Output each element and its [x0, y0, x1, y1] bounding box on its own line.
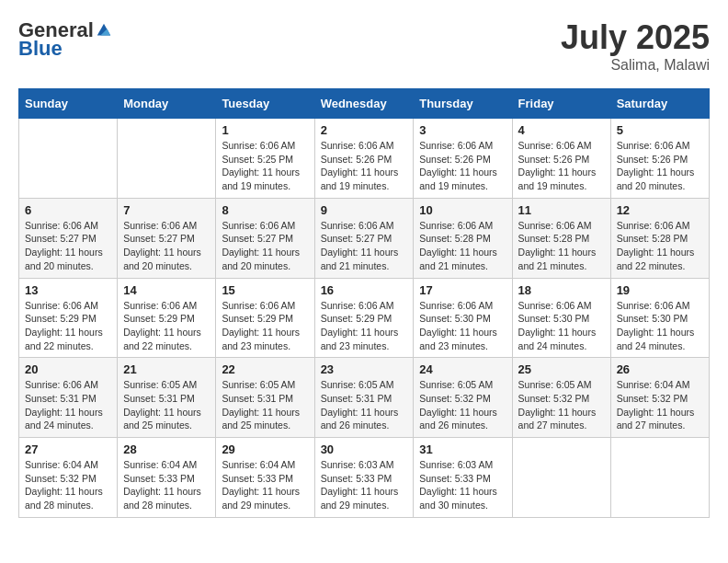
day-number: 17 — [419, 283, 506, 297]
calendar-cell: 7Sunrise: 6:06 AM Sunset: 5:27 PM Daylig… — [118, 198, 216, 278]
day-info: Sunrise: 6:06 AM Sunset: 5:27 PM Dayligh… — [321, 219, 408, 273]
calendar-week-row: 27Sunrise: 6:04 AM Sunset: 5:32 PM Dayli… — [19, 438, 710, 518]
calendar-week-row: 13Sunrise: 6:06 AM Sunset: 5:29 PM Dayli… — [19, 278, 710, 358]
day-info: Sunrise: 6:06 AM Sunset: 5:29 PM Dayligh… — [222, 299, 308, 353]
day-info: Sunrise: 6:06 AM Sunset: 5:30 PM Dayligh… — [617, 299, 703, 353]
day-number: 24 — [419, 362, 506, 376]
calendar-cell: 4Sunrise: 6:06 AM Sunset: 5:26 PM Daylig… — [512, 119, 610, 199]
day-number: 29 — [222, 442, 308, 456]
day-number: 10 — [419, 203, 506, 217]
logo-blue-text: Blue — [18, 37, 63, 61]
calendar-cell — [610, 438, 709, 518]
calendar-cell: 6Sunrise: 6:06 AM Sunset: 5:27 PM Daylig… — [19, 198, 118, 278]
weekday-header-saturday: Saturday — [610, 89, 709, 119]
day-number: 28 — [123, 442, 210, 456]
calendar-cell: 24Sunrise: 6:05 AM Sunset: 5:32 PM Dayli… — [414, 358, 512, 438]
calendar-cell: 19Sunrise: 6:06 AM Sunset: 5:30 PM Dayli… — [610, 278, 709, 358]
logo-icon — [96, 22, 112, 39]
calendar-cell: 30Sunrise: 6:03 AM Sunset: 5:33 PM Dayli… — [314, 438, 414, 518]
calendar-cell: 5Sunrise: 6:06 AM Sunset: 5:26 PM Daylig… — [610, 119, 709, 199]
day-info: Sunrise: 6:05 AM Sunset: 5:32 PM Dayligh… — [419, 378, 506, 432]
day-info: Sunrise: 6:04 AM Sunset: 5:33 PM Dayligh… — [123, 458, 210, 512]
calendar-cell: 21Sunrise: 6:05 AM Sunset: 5:31 PM Dayli… — [118, 358, 216, 438]
calendar-cell — [512, 438, 610, 518]
calendar-week-row: 20Sunrise: 6:06 AM Sunset: 5:31 PM Dayli… — [19, 358, 710, 438]
weekday-header-wednesday: Wednesday — [314, 89, 414, 119]
day-number: 15 — [222, 283, 308, 297]
day-info: Sunrise: 6:06 AM Sunset: 5:27 PM Dayligh… — [123, 219, 210, 273]
weekday-header-friday: Friday — [512, 89, 610, 119]
day-info: Sunrise: 6:06 AM Sunset: 5:26 PM Dayligh… — [321, 139, 408, 193]
day-number: 5 — [617, 123, 703, 137]
calendar-week-row: 1Sunrise: 6:06 AM Sunset: 5:25 PM Daylig… — [19, 119, 710, 199]
day-number: 25 — [518, 362, 605, 376]
calendar-cell: 9Sunrise: 6:06 AM Sunset: 5:27 PM Daylig… — [314, 198, 414, 278]
day-info: Sunrise: 6:06 AM Sunset: 5:26 PM Dayligh… — [518, 139, 605, 193]
calendar-cell: 17Sunrise: 6:06 AM Sunset: 5:30 PM Dayli… — [414, 278, 512, 358]
day-info: Sunrise: 6:06 AM Sunset: 5:28 PM Dayligh… — [518, 219, 605, 273]
day-number: 4 — [518, 123, 605, 137]
weekday-header-thursday: Thursday — [414, 89, 512, 119]
day-info: Sunrise: 6:04 AM Sunset: 5:32 PM Dayligh… — [25, 458, 111, 512]
calendar-table: SundayMondayTuesdayWednesdayThursdayFrid… — [18, 88, 710, 518]
calendar-cell: 27Sunrise: 6:04 AM Sunset: 5:32 PM Dayli… — [19, 438, 118, 518]
calendar-week-row: 6Sunrise: 6:06 AM Sunset: 5:27 PM Daylig… — [19, 198, 710, 278]
day-info: Sunrise: 6:06 AM Sunset: 5:28 PM Dayligh… — [617, 219, 703, 273]
day-info: Sunrise: 6:06 AM Sunset: 5:31 PM Dayligh… — [25, 378, 111, 432]
calendar-cell: 12Sunrise: 6:06 AM Sunset: 5:28 PM Dayli… — [610, 198, 709, 278]
day-info: Sunrise: 6:03 AM Sunset: 5:33 PM Dayligh… — [321, 458, 408, 512]
calendar-cell: 13Sunrise: 6:06 AM Sunset: 5:29 PM Dayli… — [19, 278, 118, 358]
calendar-cell: 1Sunrise: 6:06 AM Sunset: 5:25 PM Daylig… — [216, 119, 314, 199]
calendar-cell: 25Sunrise: 6:05 AM Sunset: 5:32 PM Dayli… — [512, 358, 610, 438]
day-number: 30 — [321, 442, 408, 456]
day-number: 16 — [321, 283, 408, 297]
day-info: Sunrise: 6:06 AM Sunset: 5:25 PM Dayligh… — [222, 139, 308, 193]
day-number: 22 — [222, 362, 308, 376]
day-info: Sunrise: 6:06 AM Sunset: 5:29 PM Dayligh… — [123, 299, 210, 353]
day-number: 7 — [123, 203, 210, 217]
day-info: Sunrise: 6:06 AM Sunset: 5:26 PM Dayligh… — [419, 139, 506, 193]
day-number: 2 — [321, 123, 408, 137]
day-info: Sunrise: 6:05 AM Sunset: 5:31 PM Dayligh… — [321, 378, 408, 432]
day-number: 3 — [419, 123, 506, 137]
calendar-cell: 14Sunrise: 6:06 AM Sunset: 5:29 PM Dayli… — [118, 278, 216, 358]
day-number: 13 — [25, 283, 111, 297]
day-number: 26 — [617, 362, 703, 376]
day-number: 31 — [419, 442, 506, 456]
calendar-cell: 16Sunrise: 6:06 AM Sunset: 5:29 PM Dayli… — [314, 278, 414, 358]
location-subtitle: Salima, Malawi — [561, 57, 710, 74]
day-info: Sunrise: 6:03 AM Sunset: 5:33 PM Dayligh… — [419, 458, 506, 512]
page-header: General Blue July 2025 Salima, Malawi — [18, 18, 710, 74]
day-info: Sunrise: 6:06 AM Sunset: 5:27 PM Dayligh… — [222, 219, 308, 273]
calendar-cell: 31Sunrise: 6:03 AM Sunset: 5:33 PM Dayli… — [414, 438, 512, 518]
day-info: Sunrise: 6:05 AM Sunset: 5:31 PM Dayligh… — [123, 378, 210, 432]
calendar-cell: 29Sunrise: 6:04 AM Sunset: 5:33 PM Dayli… — [216, 438, 314, 518]
weekday-header-sunday: Sunday — [19, 89, 118, 119]
day-info: Sunrise: 6:04 AM Sunset: 5:33 PM Dayligh… — [222, 458, 308, 512]
day-info: Sunrise: 6:06 AM Sunset: 5:27 PM Dayligh… — [25, 219, 111, 273]
day-number: 20 — [25, 362, 111, 376]
day-number: 19 — [617, 283, 703, 297]
logo: General Blue — [18, 18, 112, 61]
calendar-cell: 10Sunrise: 6:06 AM Sunset: 5:28 PM Dayli… — [414, 198, 512, 278]
weekday-header-row: SundayMondayTuesdayWednesdayThursdayFrid… — [19, 89, 710, 119]
day-number: 21 — [123, 362, 210, 376]
calendar-cell: 3Sunrise: 6:06 AM Sunset: 5:26 PM Daylig… — [414, 119, 512, 199]
day-number: 14 — [123, 283, 210, 297]
day-number: 1 — [222, 123, 308, 137]
calendar-cell — [118, 119, 216, 199]
day-number: 6 — [25, 203, 111, 217]
calendar-cell: 22Sunrise: 6:05 AM Sunset: 5:31 PM Dayli… — [216, 358, 314, 438]
day-info: Sunrise: 6:06 AM Sunset: 5:30 PM Dayligh… — [518, 299, 605, 353]
calendar-cell: 23Sunrise: 6:05 AM Sunset: 5:31 PM Dayli… — [314, 358, 414, 438]
calendar-cell: 11Sunrise: 6:06 AM Sunset: 5:28 PM Dayli… — [512, 198, 610, 278]
calendar-cell — [19, 119, 118, 199]
calendar-cell: 8Sunrise: 6:06 AM Sunset: 5:27 PM Daylig… — [216, 198, 314, 278]
day-number: 9 — [321, 203, 408, 217]
day-info: Sunrise: 6:04 AM Sunset: 5:32 PM Dayligh… — [617, 378, 703, 432]
day-info: Sunrise: 6:06 AM Sunset: 5:29 PM Dayligh… — [25, 299, 111, 353]
day-number: 18 — [518, 283, 605, 297]
calendar-cell: 26Sunrise: 6:04 AM Sunset: 5:32 PM Dayli… — [610, 358, 709, 438]
day-info: Sunrise: 6:06 AM Sunset: 5:28 PM Dayligh… — [419, 219, 506, 273]
calendar-cell: 28Sunrise: 6:04 AM Sunset: 5:33 PM Dayli… — [118, 438, 216, 518]
